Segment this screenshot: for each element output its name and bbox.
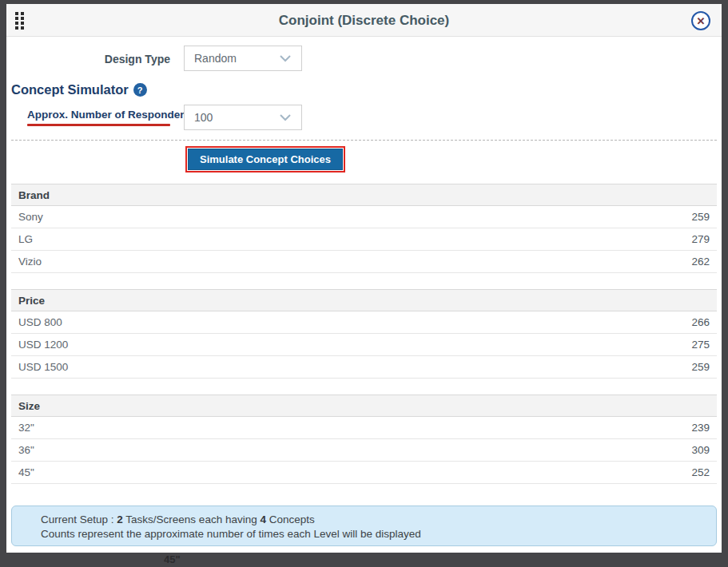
respondents-label: Approx. Number of Respondents: <box>27 109 200 121</box>
modal-header: Conjoint (Discrete Choice) ✕ <box>6 4 722 37</box>
level-label: LG <box>18 228 33 250</box>
help-icon[interactable]: ? <box>133 83 147 97</box>
level-count: 239 <box>691 417 710 438</box>
design-type-value: Random <box>194 52 237 65</box>
level-label: USD 1200 <box>18 334 68 355</box>
level-label: USD 1500 <box>18 356 68 378</box>
level-count: 275 <box>691 334 710 355</box>
table-header: Price <box>11 289 717 311</box>
level-count: 252 <box>691 462 710 483</box>
info-line-1: Current Setup : 2 Tasks/Screens each hav… <box>41 513 708 527</box>
brand-table: Brand Sony 259 LG 279 Vizio 262 <box>11 184 717 273</box>
level-count: 259 <box>691 356 710 378</box>
table-row: USD 1500 259 <box>11 356 717 379</box>
level-count: 262 <box>691 251 710 272</box>
table-row: 32" 239 <box>11 417 717 439</box>
level-label: Vizio <box>18 251 42 272</box>
table-header: Size <box>11 395 717 417</box>
price-table: Price USD 800 266 USD 1200 275 USD 1500 … <box>11 289 717 379</box>
level-count: 259 <box>691 206 710 228</box>
red-underline-annotation <box>27 124 170 126</box>
table-row: 36" 309 <box>11 439 717 462</box>
level-count: 309 <box>691 439 710 461</box>
close-icon[interactable]: ✕ <box>691 11 710 30</box>
respondents-select[interactable]: 100 <box>184 105 302 130</box>
level-label: Sony <box>18 206 43 228</box>
concept-simulator-heading: Concept Simulator ? <box>11 82 147 97</box>
background-partial-text: 45" <box>164 553 181 567</box>
size-table: Size 32" 239 36" 309 45" 252 <box>11 395 717 484</box>
design-type-select[interactable]: Random <box>184 46 302 71</box>
table-row: 45" 252 <box>11 462 717 484</box>
modal-title: Conjoint (Discrete Choice) <box>6 4 722 37</box>
table-header: Brand <box>11 184 717 206</box>
close-x-glyph: ✕ <box>697 16 706 26</box>
level-label: 45" <box>18 462 34 483</box>
screen: { "modal": { "title": "Conjoint (Discret… <box>0 0 728 567</box>
chevron-down-icon <box>279 113 292 121</box>
table-row: LG 279 <box>11 228 717 251</box>
table-row: Vizio 262 <box>11 251 717 273</box>
level-label: 36" <box>18 439 34 461</box>
current-setup-info-box: Current Setup : 2 Tasks/Screens each hav… <box>11 506 717 546</box>
concept-simulator-title: Concept Simulator <box>11 82 129 97</box>
table-row: Sony 259 <box>11 206 717 228</box>
level-label: USD 800 <box>18 311 62 333</box>
info-line-2: Counts represent the approximate number … <box>41 527 708 541</box>
question-mark-glyph: ? <box>137 85 143 95</box>
design-type-label: Design Type <box>6 53 170 65</box>
red-outline-annotation: Simulate Concept Choices <box>185 146 345 172</box>
dashed-separator <box>11 140 717 141</box>
chevron-down-icon <box>279 54 292 62</box>
conjoint-modal: Conjoint (Discrete Choice) ✕ Design Type… <box>6 4 722 553</box>
table-row: USD 800 266 <box>11 311 717 334</box>
table-row: USD 1200 275 <box>11 334 717 356</box>
level-count: 279 <box>691 228 710 250</box>
level-label: 32" <box>18 417 34 438</box>
respondents-value: 100 <box>194 111 213 124</box>
simulate-concept-choices-button[interactable]: Simulate Concept Choices <box>188 149 343 170</box>
level-count: 266 <box>691 311 710 333</box>
